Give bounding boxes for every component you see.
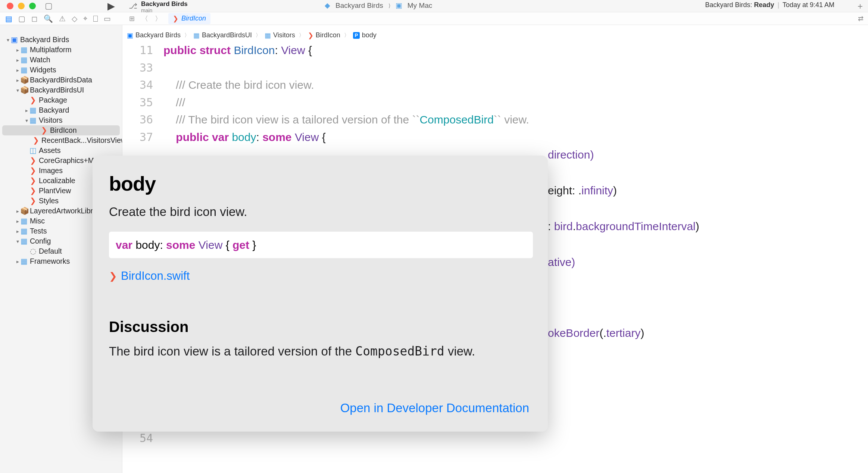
tree-item[interactable]: ▸▦Multiplatform [0, 45, 122, 55]
folder-icon: ▦ [20, 217, 28, 225]
swift-file-icon: ❯ [109, 270, 117, 282]
close-window-icon[interactable] [7, 3, 13, 9]
folder-icon: ▦ [29, 116, 37, 125]
disclosure-right-icon[interactable]: ▸ [15, 259, 20, 264]
breadcrumb-segment[interactable]: BirdIcon [316, 31, 340, 39]
zoom-window-icon[interactable] [29, 3, 36, 9]
folder-icon: ▦ [193, 31, 200, 40]
breadcrumb-segment[interactable]: Backyard Birds [135, 31, 181, 39]
disclosure-right-icon[interactable]: ▸ [24, 107, 29, 113]
report-navigator-icon[interactable]: ▭ [104, 14, 111, 23]
breadcrumb-segment[interactable]: Visitors [273, 31, 295, 39]
disclosure-down-icon[interactable]: ▾ [15, 238, 20, 244]
tree-label: Watch [30, 56, 50, 64]
swift-file-icon: ❯ [308, 31, 313, 40]
device-icon: ▣ [396, 1, 402, 10]
code-token [209, 131, 212, 143]
disclosure-down-icon[interactable]: ▾ [5, 37, 10, 43]
code-token: public [163, 44, 196, 56]
code-token: get [232, 239, 249, 251]
package-icon: 📦 [20, 207, 28, 215]
tree-item[interactable]: ▾📦BackyardBirdsUI [0, 85, 122, 95]
tree-item[interactable]: ❯RecentBack...VisitorsView [0, 135, 122, 145]
test-navigator-icon[interactable]: ◇ [72, 14, 77, 23]
folder-icon: ▦ [20, 66, 28, 74]
tree-item[interactable]: ❯Package [0, 95, 122, 105]
swift-file-icon: ❯ [29, 96, 37, 104]
breadcrumb-segment[interactable]: BackyardBirdsUI [202, 31, 252, 39]
quick-help-popover: body Create the bird icon view. var body… [93, 156, 548, 432]
code-token: Create the bird icon view. [188, 79, 314, 91]
disclosure-right-icon[interactable]: ▸ [15, 228, 20, 234]
disclosure-down-icon[interactable]: ▾ [24, 118, 29, 123]
tree-item[interactable]: ▸▦Widgets [0, 65, 122, 75]
line-number: 33 [123, 59, 163, 77]
tree-label: Frameworks [30, 257, 70, 266]
line-number: 35 [123, 94, 163, 112]
add-tab-icon[interactable]: + [858, 1, 863, 12]
jump-bar[interactable]: ▣Backyard Birds 〉 ▦BackyardBirdsUI 〉 ▦Vi… [123, 30, 868, 41]
folder-icon: ▦ [20, 257, 28, 266]
code-token: The bird icon view is a tailored version… [188, 113, 419, 126]
code-token: some [166, 239, 195, 251]
run-button-icon[interactable]: ▶ [107, 0, 115, 12]
code-fragment: okeBorder(.tertiary) [548, 325, 644, 342]
tree-item[interactable]: ▸▦Backyard [0, 105, 122, 115]
tree-root[interactable]: ▾▣Backyard Birds [0, 35, 122, 45]
code-token: /// [163, 96, 185, 109]
tree-label: BirdIcon [50, 126, 77, 135]
sidebar-toggle-icon[interactable]: ▢ [45, 1, 53, 11]
disclosure-right-icon[interactable]: ▸ [15, 77, 20, 83]
breakpoint-navigator-icon[interactable]: ⎕ [93, 14, 98, 23]
source-file-link[interactable]: ❯ BirdIcon.swift [109, 269, 533, 283]
debug-navigator-icon[interactable]: ⌖ [83, 14, 87, 23]
tab-filename: BirdIcon [181, 15, 206, 22]
tree-item[interactable]: ◫Assets [0, 145, 122, 156]
editor-tab[interactable]: ❯ BirdIcon [168, 13, 210, 24]
source-control-navigator-icon[interactable]: ▢ [18, 14, 25, 23]
disclosure-right-icon[interactable]: ▸ [15, 208, 20, 214]
nav-forward-icon[interactable]: 〉 [155, 14, 162, 23]
code-token: var [116, 239, 132, 251]
tree-label: Backyard Birds [20, 35, 69, 44]
tree-item-selected[interactable]: ❯BirdIcon [2, 125, 120, 135]
line-number: 34 [123, 76, 163, 94]
tree-item[interactable]: ▸📦BackyardBirdsData [0, 75, 122, 85]
tree-item[interactable]: ▾▦Visitors [0, 115, 122, 125]
swift-file-icon: ❯ [29, 156, 37, 165]
declaration-box: var body: some View { get } [109, 232, 533, 258]
swift-file-icon: ❯ [29, 197, 37, 205]
related-items-icon[interactable]: ⊞ [129, 15, 135, 23]
nav-back-icon[interactable]: 〈 [141, 14, 148, 23]
file-link-label: BirdIcon.swift [121, 269, 190, 283]
issue-navigator-icon[interactable]: ⚠ [59, 14, 66, 23]
code-token [163, 131, 176, 143]
line-number: 11 [123, 42, 163, 59]
swift-file-icon: ❯ [40, 126, 48, 135]
disclosure-right-icon[interactable]: ▸ [15, 57, 20, 63]
tree-label: Default [39, 247, 62, 256]
disclosure-right-icon[interactable]: ▸ [15, 218, 20, 224]
project-navigator-icon[interactable]: ▤ [5, 14, 12, 23]
line-number: 37 [123, 129, 163, 146]
scheme-selector[interactable]: ◆ Backyard Birds ⟩ ▣ My Mac [325, 1, 432, 10]
tree-label: Visitors [39, 116, 63, 125]
reload-icon[interactable]: ⇄ [858, 15, 864, 23]
find-navigator-icon[interactable]: 🔍 [44, 14, 53, 23]
breadcrumb-segment[interactable]: body [362, 31, 377, 39]
scheme-branch[interactable]: ⎇ Backyard Birds main [129, 1, 188, 13]
build-status: Backyard Birds: Ready | Today at 9:41 AM [705, 1, 834, 9]
minimize-window-icon[interactable] [18, 3, 25, 9]
disclosure-right-icon[interactable]: ▸ [15, 47, 20, 53]
disclosure-down-icon[interactable]: ▾ [15, 87, 20, 93]
disclosure-right-icon[interactable]: ▸ [15, 67, 20, 73]
open-in-documentation-link[interactable]: Open in Developer Documentation [340, 401, 529, 415]
chevron-right-icon: 〉 [299, 32, 304, 39]
code-token [292, 131, 295, 143]
app-icon: ◆ [325, 1, 330, 10]
bookmark-navigator-icon[interactable]: ◻ [31, 14, 38, 23]
code-token: body [232, 131, 256, 143]
tree-item[interactable]: ▸▦Watch [0, 55, 122, 65]
code-token: : [275, 44, 281, 56]
folder-icon: ▦ [20, 237, 28, 245]
